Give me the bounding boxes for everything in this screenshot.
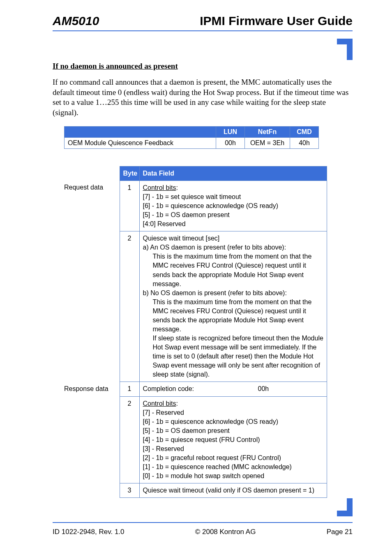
byte-cell: 2 xyxy=(120,231,139,382)
data-field-cell: Completion code:00h xyxy=(139,382,327,396)
table-row: OEM Module Quiescence Feedback 00h OEM =… xyxy=(65,137,319,148)
cmd-name-cell: OEM Module Quiescence Feedback xyxy=(65,137,216,148)
table-header-byte: Byte xyxy=(120,166,139,180)
byte-cell: 3 xyxy=(120,483,139,498)
page-footer: ID 1022-2948, Rev. 1.0 © 2008 Kontron AG… xyxy=(53,528,353,536)
footer-rule xyxy=(53,522,353,523)
byte-cell: 1 xyxy=(120,382,139,396)
data-field-cell: Control bits:[7] - 1b = set quiesce wait… xyxy=(139,180,327,231)
table-header-cmd: CMD xyxy=(290,126,319,137)
data-line: Control bits: xyxy=(143,183,324,192)
table-row: LUN NetFn CMD xyxy=(65,126,319,137)
section-paragraph: If no command call announces that a daem… xyxy=(53,77,353,118)
data-line: [4] - 1b = quiesce request (FRU Control) xyxy=(143,435,324,444)
data-line: [2] - 1b = graceful reboot request (FRU … xyxy=(143,453,324,462)
data-line: This is the maximum time from the moment… xyxy=(143,252,324,288)
netfn-cell: OEM = 3Eh xyxy=(245,137,290,148)
header-title: IPMI Firmware User Guide xyxy=(200,14,353,28)
cmd-cell: 40h xyxy=(290,137,319,148)
table-row: Byte Data Field xyxy=(64,166,327,180)
data-line: [5] - 1b = OS daemon present xyxy=(143,426,324,435)
data-line: This is the maximum time from the moment… xyxy=(143,298,324,334)
table-row: Response data1Completion code:00h xyxy=(64,382,327,396)
table-row: 2Control bits:[7] - Reserved[6] - 1b = q… xyxy=(64,396,327,483)
row-label-cell xyxy=(64,231,120,382)
table-header-data: Data Field xyxy=(139,166,327,180)
table-header-lun: LUN xyxy=(216,126,245,137)
data-line: Quiesce wait timeout [sec] xyxy=(143,234,324,243)
table-row: 2Quiesce wait timeout [sec]a) An OS daem… xyxy=(64,231,327,382)
lun-cell: 00h xyxy=(216,137,245,148)
row-label-cell: Request data xyxy=(64,180,120,231)
data-line: [7] - 1b = set quiesce wait timeout xyxy=(143,192,324,201)
row-label-cell xyxy=(64,396,120,483)
data-line: a) An OS daemon is present (refer to bit… xyxy=(143,243,324,252)
header-model: AM5010 xyxy=(53,14,99,28)
corner-ornament-bottom xyxy=(337,498,353,516)
table-header-blank xyxy=(65,126,216,137)
corner-ornament-top xyxy=(337,39,353,60)
table-header-netfn: NetFn xyxy=(245,126,290,137)
data-line: [6] - 1b = quiescence acknowledge (OS re… xyxy=(143,417,324,426)
data-field-cell: Control bits:[7] - Reserved[6] - 1b = qu… xyxy=(139,396,327,483)
data-line: [4:0] Reserved xyxy=(143,220,324,229)
byte-cell: 1 xyxy=(120,180,139,231)
data-line: [1] - 1b = quiescence reached (MMC ackno… xyxy=(143,462,324,472)
table-row: 3Quiesce wait timeout (valid only if OS … xyxy=(64,483,327,498)
data-line: b) No OS daemon is present (refer to bit… xyxy=(143,289,324,298)
row-label-cell xyxy=(64,483,120,498)
command-summary-table: LUN NetFn CMD OEM Module Quiescence Feed… xyxy=(64,126,319,149)
completion-code-value: 00h xyxy=(258,384,269,393)
data-line: [3] - Reserved xyxy=(143,444,324,453)
data-field-cell: Quiesce wait timeout (valid only if OS d… xyxy=(139,483,327,498)
table-row: Request data1Control bits:[7] - 1b = set… xyxy=(64,180,327,231)
data-line: Control bits: xyxy=(143,399,324,408)
data-line: [0] - 1b = module hot swap switch opened xyxy=(143,472,324,481)
data-line: [6] - 1b = quiescence acknowledge (OS re… xyxy=(143,201,324,210)
page-header: AM5010 IPMI Firmware User Guide xyxy=(53,14,353,31)
row-label-cell: Response data xyxy=(64,382,120,396)
footer-copyright: © 2008 Kontron AG xyxy=(195,528,256,536)
completion-code-label: Completion code: xyxy=(143,384,258,393)
table-header-blank xyxy=(64,166,120,180)
section-title: If no daemon is announced as present xyxy=(53,62,353,71)
data-line: Quiesce wait timeout (valid only if OS d… xyxy=(143,486,324,495)
data-field-cell: Quiesce wait timeout [sec]a) An OS daemo… xyxy=(139,231,327,382)
footer-id: ID 1022-2948, Rev. 1.0 xyxy=(53,528,125,536)
data-field-table: Byte Data Field Request data1Control bit… xyxy=(64,166,327,498)
data-line: [5] - 1b = OS daemon present xyxy=(143,210,324,220)
data-line: If sleep state is recognized before time… xyxy=(143,334,324,379)
byte-cell: 2 xyxy=(120,396,139,483)
footer-page: Page 21 xyxy=(327,528,353,536)
data-line: [7] - Reserved xyxy=(143,408,324,417)
